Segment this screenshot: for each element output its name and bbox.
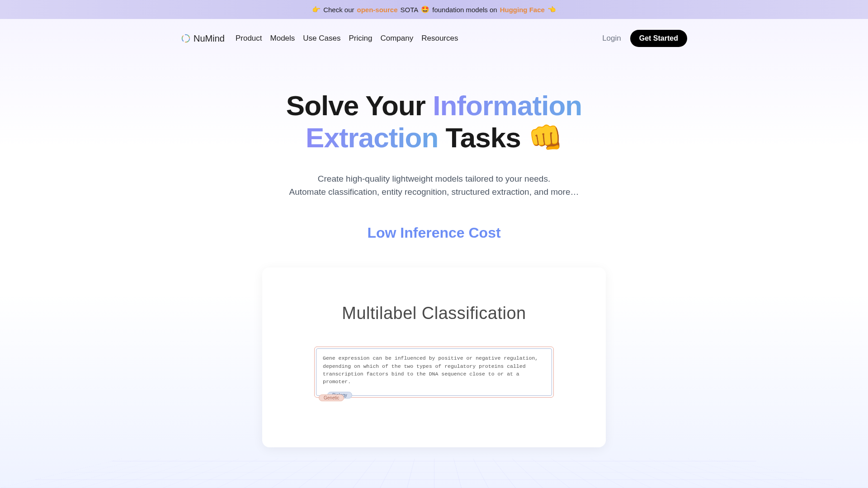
demo-title: Multilabel Classification — [289, 304, 579, 323]
demo-textbox-outer: Gene expression can be influenced by pos… — [314, 347, 554, 398]
fist-emoji: 👊 — [528, 122, 562, 153]
hero-title-gradient: Information — [433, 90, 582, 121]
login-link[interactable]: Login — [602, 34, 621, 43]
navigation-bar: NuMind Product Models Use Cases Pricing … — [172, 19, 696, 58]
hero-title-text: Solve Your — [286, 90, 433, 121]
nav-link-models[interactable]: Models — [270, 34, 295, 43]
announcement-text: foundation models on — [432, 6, 497, 14]
nav-links-group: Product Models Use Cases Pricing Company… — [236, 34, 458, 43]
hero-section: Solve Your Information Extraction Tasks … — [0, 89, 868, 241]
logo-icon — [181, 33, 191, 43]
get-started-button[interactable]: Get Started — [630, 30, 687, 47]
nav-link-company[interactable]: Company — [380, 34, 413, 43]
nav-link-product[interactable]: Product — [236, 34, 262, 43]
nav-link-pricing[interactable]: Pricing — [349, 34, 372, 43]
demo-card: Multilabel Classification Gene expressio… — [262, 267, 606, 447]
announcement-opensource: open-source — [357, 6, 398, 14]
announcement-text: SOTA — [401, 6, 419, 14]
grid-floor-decoration — [0, 459, 868, 488]
tag-genetic: Genetic — [319, 394, 344, 401]
demo-text-content: Gene expression can be influenced by pos… — [323, 354, 545, 385]
hero-title-text: Tasks — [438, 122, 528, 153]
star-eyes-emoji: 🤩 — [421, 5, 429, 14]
demo-textbox-wrapper: Gene expression can be influenced by pos… — [314, 347, 554, 398]
demo-textbox-inner: Gene expression can be influenced by pos… — [316, 348, 552, 396]
hero-subtitle: Create high-quality lightweight models t… — [0, 172, 868, 199]
nav-left-group: NuMind Product Models Use Cases Pricing … — [181, 33, 458, 44]
feature-label: Low Inference Cost — [0, 225, 868, 241]
pointing-left-emoji: 👈 — [547, 5, 556, 14]
announcement-huggingface: Hugging Face — [500, 6, 545, 14]
announcement-text: Check our — [323, 6, 354, 14]
hero-title: Solve Your Information Extraction Tasks … — [0, 89, 868, 154]
announcement-banner[interactable]: 👉 Check our open-source SOTA 🤩 foundatio… — [0, 0, 868, 19]
hero-subtitle-line: Create high-quality lightweight models t… — [0, 172, 868, 185]
pointing-right-emoji: 👉 — [312, 5, 321, 14]
nav-right-group: Login Get Started — [602, 30, 687, 47]
logo-text: NuMind — [193, 33, 225, 44]
hero-subtitle-line: Automate classification, entity recognit… — [0, 185, 868, 198]
hero-title-gradient: Extraction — [306, 122, 438, 153]
nav-link-resources[interactable]: Resources — [421, 34, 458, 43]
logo[interactable]: NuMind — [181, 33, 225, 44]
nav-link-usecases[interactable]: Use Cases — [303, 34, 340, 43]
